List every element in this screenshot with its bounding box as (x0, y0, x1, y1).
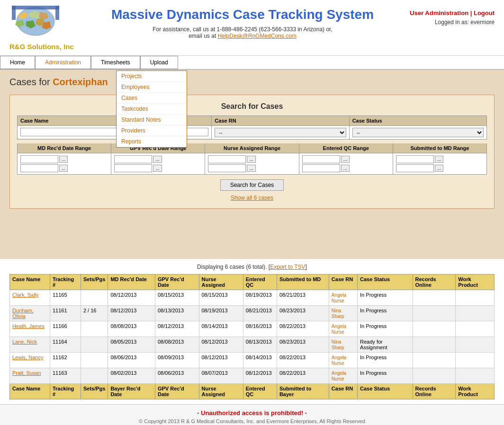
status-text: In Progress (360, 354, 387, 360)
globe-logo (9, 5, 62, 40)
nurse-assigned-inputs: ... ... (205, 153, 298, 174)
submitted-md-from-btn[interactable]: ... (435, 156, 443, 163)
foot-sets-pgs: Sets/Pgs (81, 384, 108, 399)
nurse-name: Nina Sharp (332, 308, 344, 319)
export-tsv-link[interactable]: Export to TSV (270, 264, 305, 270)
contact-email[interactable]: HelpDesk@RnGMedCons.com (218, 33, 297, 39)
foot-bayer-recd: Bayer Rec'd Date (108, 384, 155, 399)
dropdown-projects[interactable]: Projects (117, 71, 187, 82)
nurse-assigned-to[interactable] (208, 164, 246, 172)
col-records-online: Records Online (413, 274, 456, 290)
logged-in-label: Logged in as: evermore (400, 19, 495, 26)
md-recd-range-cell: MD Rec'd Date Range ... ... (18, 143, 111, 174)
md-recd-range-label: MD Rec'd Date Range (18, 143, 111, 153)
logout-link[interactable]: Logout (474, 9, 495, 17)
nav-home[interactable]: Home (0, 56, 35, 69)
md-recd-to-btn[interactable]: ... (59, 165, 68, 172)
submitted-md-range-label: Submitted to MD Range (393, 143, 486, 153)
dropdown-reports[interactable]: Reports (117, 136, 187, 147)
col-work-product: Work Product (456, 274, 495, 290)
nav-upload[interactable]: Upload (140, 56, 178, 69)
submitted-md-to[interactable] (396, 164, 434, 172)
case-status-cell: Case Status -- (350, 116, 486, 139)
section-title: Cases for Cortexiphan (9, 77, 495, 88)
submitted-md-to-btn[interactable]: ... (435, 165, 443, 172)
dropdown-taskcodes[interactable]: Taskcodes (117, 104, 187, 115)
entered-qc-inputs: ... ... (299, 153, 393, 174)
foot-work-product: Work Product (456, 384, 495, 399)
case-rn-cell: Case RN -- (212, 116, 349, 139)
case-rn-select[interactable]: -- (215, 128, 346, 137)
nurse-assigned-to-btn[interactable]: ... (247, 165, 255, 172)
nurse-name: AngelaNurse (332, 292, 346, 303)
foot-tracking: Tracking # (50, 384, 81, 399)
search-title: Search for Cases (17, 102, 487, 111)
entered-qc-to[interactable] (302, 164, 340, 172)
table-row: Clark, Sally1116508/12/201308/15/201308/… (10, 290, 495, 306)
entered-qc-range-label: Entered QC Range (299, 143, 393, 153)
footer-warning: - Unauthorized access is prohibited! - (5, 409, 499, 416)
search-fields-row: Case Name Tracking # Case RN -- (17, 115, 487, 140)
gpv-recd-to[interactable] (114, 164, 152, 172)
foot-nurse-assigned: Nurse Assigned (199, 384, 243, 399)
dropdown-cases[interactable]: Cases (117, 93, 187, 104)
nav-timesheets[interactable]: Timesheets (91, 56, 140, 69)
gpv-recd-from-btn[interactable]: ... (153, 156, 162, 163)
case-name-link[interactable]: Lane, Nick (12, 339, 37, 345)
col-md-recd: MD Rec'd Date (108, 274, 155, 290)
md-recd-from-btn[interactable]: ... (59, 156, 68, 163)
cases-tbody: Clark, Sally1116508/12/201308/15/201308/… (10, 290, 495, 384)
nurse-name: AngelaNurse (332, 371, 346, 381)
search-container: Search for Cases Case Name Tracking # Ca… (9, 95, 495, 209)
submitted-md-from[interactable] (396, 155, 434, 163)
case-name-link[interactable]: Clark, Sally (12, 292, 39, 298)
case-name-link[interactable]: Dunham, Olivia (12, 308, 34, 319)
header-title: Massive Dynamics Case Tracking System (85, 7, 400, 22)
col-case-status: Case Status (358, 274, 413, 290)
md-recd-inputs: ... ... (18, 153, 111, 174)
dropdown-standard-notes[interactable]: Standard Notes (117, 115, 187, 125)
main-content: Cases for Cortexiphan Search for Cases C… (0, 70, 504, 259)
case-status-select[interactable]: -- (352, 128, 484, 137)
gpv-recd-inputs: ... ... (111, 153, 205, 174)
foot-case-rn: Case RN (329, 384, 357, 399)
table-row: Lewis, Nancy1116208/06/201308/09/201308/… (10, 353, 495, 368)
gpv-recd-to-btn[interactable]: ... (153, 165, 162, 172)
dropdown-employees[interactable]: Employees (117, 82, 187, 93)
submitted-md-inputs: ... ... (393, 153, 486, 174)
search-button-row: Search for Cases (17, 179, 487, 191)
foot-submitted-bayer: Submitted to Bayer (277, 384, 329, 399)
show-all-link[interactable]: Show all 6 cases (231, 195, 273, 201)
nurse-assigned-from[interactable] (208, 155, 246, 163)
gpv-recd-from[interactable] (114, 155, 152, 163)
foot-case-name: Case Name (10, 384, 50, 399)
logo-text: R&G Solutions, Inc (9, 43, 85, 51)
col-sets-pgs: Sets/Pgs (81, 274, 108, 290)
nurse-assigned-from-btn[interactable]: ... (247, 156, 255, 163)
col-tracking: Tracking # (50, 274, 81, 290)
admin-links[interactable]: User Administration | Logout (400, 9, 495, 17)
nurse-assigned-range-label: Nurse Assigned Range (205, 143, 298, 153)
dropdown-providers[interactable]: Providers (117, 125, 187, 136)
md-recd-to[interactable] (20, 164, 58, 172)
case-name-link[interactable]: Lewis, Nancy (12, 354, 43, 360)
entered-qc-to-btn[interactable]: ... (341, 165, 350, 172)
page-footer: - Unauthorized access is prohibited! - ©… (0, 404, 504, 425)
user-admin-link[interactable]: User Administration (410, 9, 468, 17)
col-submitted-md: Submitted to MD (277, 274, 329, 290)
md-recd-from[interactable] (20, 155, 58, 163)
nurse-name: AngelaNurse (332, 324, 346, 335)
case-name-link[interactable]: Heath, James (12, 323, 45, 329)
entered-qc-from[interactable] (302, 155, 340, 163)
entered-qc-from-btn[interactable]: ... (341, 156, 350, 163)
date-range-row: MD Rec'd Date Range ... ... GPV Rec'd Da… (17, 143, 487, 175)
nurse-name: AngelaNurse (332, 355, 346, 366)
case-name-link[interactable]: Pratt, Susan (12, 370, 41, 376)
gpv-recd-range-cell: GPV Rec'd Date Range ... ... (111, 143, 205, 174)
show-all[interactable]: Show all 6 cases (17, 195, 487, 201)
nurse-assigned-range-cell: Nurse Assigned Range ... ... (205, 143, 299, 174)
status-text: In Progress (360, 370, 387, 376)
case-status-label: Case Status (350, 116, 486, 126)
nav-administration[interactable]: Administration Projects Employees Cases … (35, 56, 91, 69)
search-cases-button[interactable]: Search for Cases (220, 179, 284, 191)
